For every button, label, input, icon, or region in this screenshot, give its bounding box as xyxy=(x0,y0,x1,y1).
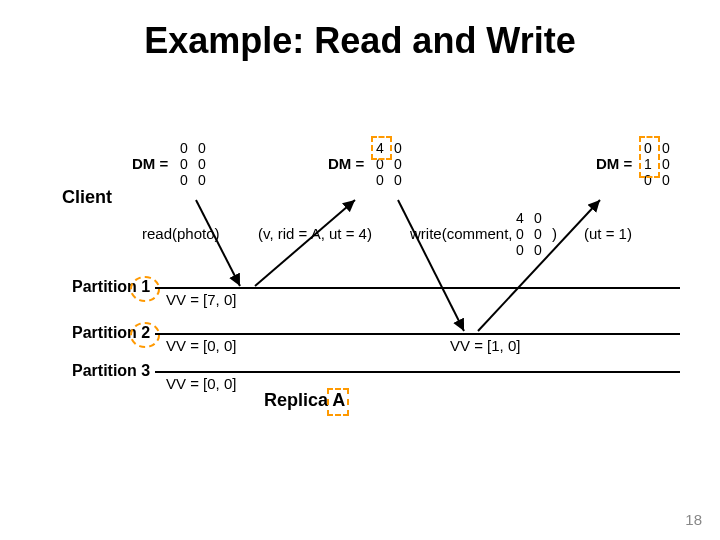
client-label: Client xyxy=(62,187,112,208)
svg-line-3 xyxy=(196,200,240,286)
replica-label: Replica A xyxy=(264,390,345,411)
diagram-lines xyxy=(0,0,720,540)
op-response: (v, rid = A, ut = 4) xyxy=(258,225,372,242)
partition2-vv2: VV = [1, 0] xyxy=(450,337,520,354)
slide-number: 18 xyxy=(685,511,702,528)
op-write-suf: ) xyxy=(552,225,557,242)
dm1-matrix: 000000 xyxy=(178,140,208,188)
partition3-vv: VV = [0, 0] xyxy=(166,375,236,392)
op-read: read(photo) xyxy=(142,225,220,242)
partition3-label: Partition 3 xyxy=(72,362,150,380)
partition2-vv: VV = [0, 0] xyxy=(166,337,236,354)
partition1-highlight xyxy=(130,276,160,302)
op-write-matrix: 400000 xyxy=(514,210,544,258)
op-ut: (ut = 1) xyxy=(584,225,632,242)
op-write-pre: write(comment, xyxy=(410,225,513,242)
dm2-matrix: 400000 xyxy=(374,140,404,188)
svg-line-5 xyxy=(398,200,464,331)
dm3-matrix: 001000 xyxy=(642,140,672,188)
partition1-vv: VV = [7, 0] xyxy=(166,291,236,308)
dm1-label: DM = xyxy=(132,155,168,172)
partition2-highlight xyxy=(130,322,160,348)
svg-line-4 xyxy=(255,200,355,286)
dm2-label: DM = xyxy=(328,155,364,172)
dm3-label: DM = xyxy=(596,155,632,172)
slide-title: Example: Read and Write xyxy=(0,20,720,62)
